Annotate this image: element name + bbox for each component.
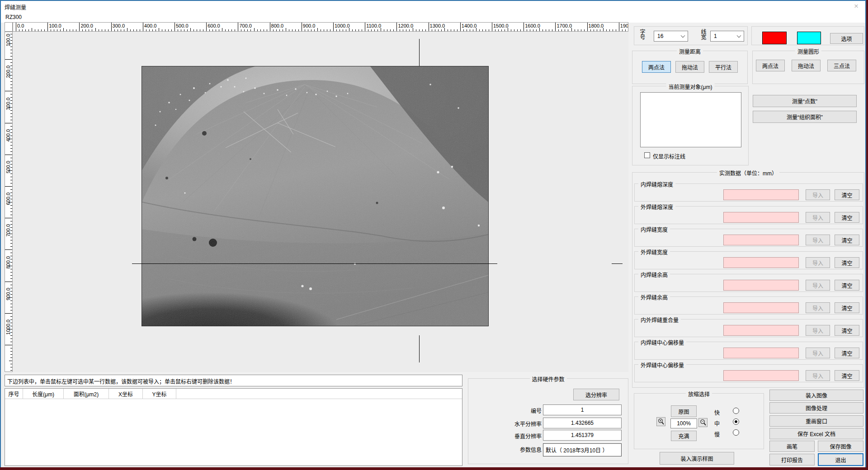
primary-color-swatch[interactable]	[762, 32, 787, 44]
show-annotation-only-checkbox[interactable]	[644, 152, 650, 158]
weld-specimen-image[interactable]	[142, 66, 489, 326]
hardware-row-value[interactable]: 1.432665	[543, 418, 622, 428]
import-button[interactable]: 导入	[806, 235, 830, 245]
speed-radio[interactable]	[733, 429, 739, 436]
measure-points-button[interactable]: 测量“点数”	[753, 95, 857, 107]
ruler-minor-tick	[349, 28, 349, 31]
ruler-minor-tick	[219, 29, 219, 31]
ruler-minor-tick	[622, 29, 623, 31]
show-annotation-only-label: 仅显示标注线	[653, 152, 685, 160]
ruler-minor-tick	[609, 29, 610, 31]
import-button[interactable]: 导入	[806, 370, 830, 381]
speed-radio[interactable]	[733, 418, 739, 425]
measured-value-input[interactable]	[723, 280, 799, 291]
ruler-minor-tick	[308, 29, 308, 31]
column-header[interactable]: X坐标	[109, 389, 143, 399]
hardware-row-value[interactable]: 默认（ 2018年3月10日 ）	[543, 443, 622, 456]
measured-value-input[interactable]	[723, 325, 799, 336]
chevron-down-icon	[681, 33, 685, 38]
ruler-major-tick	[111, 23, 112, 31]
menu-item-rz300[interactable]: RZ300	[5, 14, 22, 20]
hardware-row-value[interactable]: 1	[543, 404, 622, 415]
measure-area-button[interactable]: 测量“组织面积”	[753, 111, 857, 123]
clear-button[interactable]: 清空	[835, 370, 859, 381]
ruler-minor-tick	[159, 28, 159, 31]
clear-button[interactable]: 清空	[835, 348, 859, 358]
measured-value-input[interactable]	[723, 302, 799, 313]
close-icon[interactable]: ×	[851, 2, 862, 11]
zoom-out-icon[interactable]	[698, 418, 708, 427]
column-header[interactable]: 长度(μm)	[23, 389, 64, 399]
measured-value-input[interactable]	[723, 257, 799, 268]
secondary-color-swatch[interactable]	[797, 32, 821, 44]
save-excel-button[interactable]: 保存 Excel 文档	[769, 428, 863, 439]
ruler-minor-tick	[260, 29, 261, 31]
ruler-minor-tick	[514, 29, 514, 31]
line-width-select[interactable]: 1	[710, 31, 744, 42]
print-report-button[interactable]: 打印报告	[769, 454, 815, 465]
ruler-minor-tick	[584, 29, 585, 31]
clear-button[interactable]: 清空	[835, 325, 859, 336]
current-object-title: 当前测量对象(μm)	[666, 83, 715, 90]
ruler-tick-label: 700.0	[239, 23, 252, 28]
exit-button[interactable]: 退出	[818, 453, 863, 466]
measured-value-input[interactable]	[723, 212, 799, 223]
zoom-percent-input[interactable]: 100%	[670, 418, 697, 428]
zoom-in-icon[interactable]	[656, 417, 665, 426]
save-image-button[interactable]: 保存图像	[818, 441, 863, 452]
import-button[interactable]: 导入	[806, 302, 830, 313]
ruler-minor-tick	[127, 28, 127, 31]
options-button[interactable]: 选项	[830, 33, 863, 44]
load-demo-image-button[interactable]: 装入演示样图	[660, 452, 734, 465]
load-image-button[interactable]: 装入图像	[769, 390, 863, 401]
import-button[interactable]: 导入	[806, 257, 830, 268]
current-object-listbox[interactable]	[640, 92, 741, 147]
measured-value-input[interactable]	[723, 189, 799, 200]
import-button[interactable]: 导入	[806, 325, 830, 336]
clear-button[interactable]: 清空	[835, 257, 859, 268]
ruler-major-tick	[16, 23, 16, 31]
clear-button[interactable]: 清空	[835, 212, 859, 223]
circle-method-button[interactable]: 三点法	[827, 60, 856, 71]
table-body[interactable]	[5, 399, 462, 465]
clear-button[interactable]: 清空	[835, 302, 859, 313]
distance-method-button[interactable]: 平行法	[709, 61, 738, 73]
circle-method-button[interactable]: 两点法	[756, 60, 785, 71]
measured-field-label: 内焊缝中心偏移量	[638, 338, 686, 346]
clear-button[interactable]: 清空	[835, 280, 859, 291]
measured-field-row: 外焊缝中心偏移量导入清空	[634, 364, 863, 382]
pen-button[interactable]: 画笔	[769, 441, 815, 452]
clear-button[interactable]: 清空	[835, 235, 859, 245]
font-size-value: 16	[657, 33, 663, 39]
vertical-ruler: 100.0200.0300.0400.0500.0600.0700.0800.0…	[5, 32, 13, 372]
speed-radio[interactable]	[733, 408, 739, 414]
image-canvas[interactable]	[13, 32, 628, 372]
fit-button[interactable]: 充满	[671, 431, 697, 441]
image-process-button[interactable]: 图像处理	[769, 402, 863, 414]
distance-method-button[interactable]: 两点法	[642, 61, 671, 73]
ruler-major-tick	[492, 23, 492, 31]
measured-field-row: 内焊缝熔深度导入清空	[634, 183, 863, 202]
font-size-select[interactable]: 16	[654, 31, 688, 42]
import-button[interactable]: 导入	[806, 212, 830, 223]
import-button[interactable]: 导入	[806, 348, 830, 358]
clear-button[interactable]: 清空	[835, 189, 859, 200]
measured-value-input[interactable]	[723, 235, 799, 245]
circle-method-button[interactable]: 拖动法	[792, 60, 821, 71]
measured-value-input[interactable]	[723, 348, 799, 358]
column-header[interactable]: Y坐标	[143, 389, 176, 399]
measured-value-input[interactable]	[723, 370, 799, 381]
column-header[interactable]: 面积(μm2)	[64, 389, 109, 399]
column-header[interactable]: 序号	[5, 389, 23, 399]
hardware-row-value[interactable]: 1.451379	[543, 430, 622, 441]
ruler-tick-label: 1200.0	[398, 23, 413, 28]
ruler-minor-tick	[38, 29, 38, 31]
import-button[interactable]: 导入	[806, 280, 830, 291]
select-resolution-button[interactable]: 选分辨率	[573, 389, 619, 400]
import-button[interactable]: 导入	[806, 189, 830, 200]
original-size-button[interactable]: 原图	[671, 405, 697, 417]
ruler-minor-tick	[387, 29, 387, 31]
redraw-window-button[interactable]: 重画窗口	[769, 415, 863, 427]
ruler-minor-tick	[403, 29, 403, 31]
distance-method-button[interactable]: 拖动法	[675, 61, 704, 73]
